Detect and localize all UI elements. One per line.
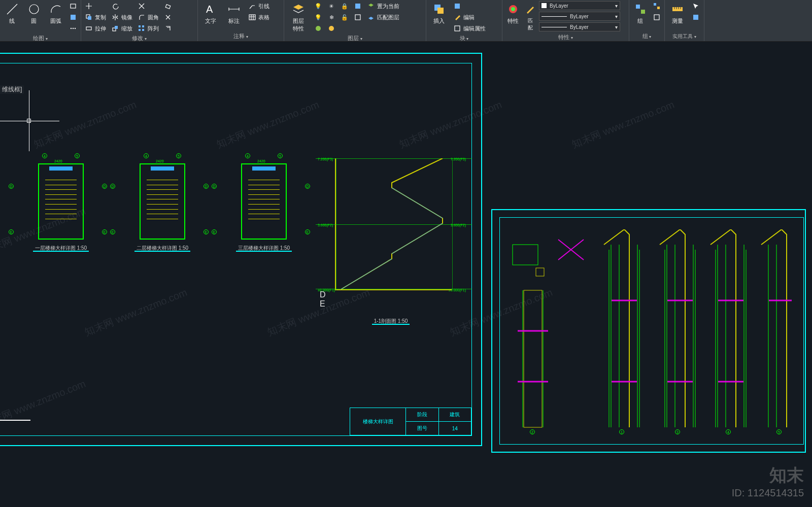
lightbulb-on-icon: 💡 — [314, 13, 322, 21]
layer-off-button[interactable]: 💡 — [313, 1, 324, 11]
ungroup-button[interactable] — [651, 1, 662, 11]
svg-rect-15 — [142, 29, 144, 31]
make-current-button[interactable]: 置为当前 — [365, 1, 401, 11]
svg-point-28 — [511, 7, 515, 11]
svg-rect-38 — [513, 245, 538, 265]
layer-uniso-button[interactable] — [352, 12, 363, 22]
layer-iso-button[interactable] — [352, 1, 363, 11]
rotate-icon — [111, 2, 119, 10]
panel-annotate-title[interactable]: 注释 — [200, 31, 282, 41]
svg-rect-39 — [536, 268, 544, 276]
arc-button[interactable]: 圆弧 — [46, 1, 65, 26]
svg-rect-44 — [524, 290, 542, 427]
stair-plan-1: 4 5 D E D E 2420 一层楼梯大样详图 1:50 — [18, 163, 104, 252]
drawing-canvas[interactable]: 维线框] 楼梯大样详图 阶段建筑 图号14 4 5 D E D E 2420 一… — [0, 42, 812, 507]
stair-plan-3: 4 5 D E D E 2420 三层楼梯大样详图 1:50 — [221, 163, 307, 252]
panel-group: 组 组 — [629, 0, 665, 41]
svg-rect-20 — [355, 15, 360, 20]
edit-attr-button[interactable]: 编辑属性 — [452, 23, 487, 33]
match-properties-button[interactable]: 匹 配 — [524, 1, 537, 32]
layer-misc2-button[interactable] — [326, 23, 337, 33]
svg-rect-2 — [71, 4, 76, 8]
draw-hatch-button[interactable] — [67, 12, 79, 22]
draw-more-button[interactable] — [67, 23, 79, 33]
arc-label: 圆弧 — [50, 17, 61, 25]
fillet-button[interactable]: 圆角 — [136, 12, 160, 22]
offset-icon — [164, 24, 172, 32]
line-button[interactable]: 线 — [2, 1, 22, 26]
properties-button[interactable]: 特性 — [504, 1, 522, 26]
trim-button[interactable] — [136, 1, 160, 11]
match-layer-icon — [367, 13, 375, 21]
circle-icon — [27, 2, 41, 16]
panel-layers: 图层 特性 💡 ☀ 🔒 💡 ❄ 🔓 — [284, 0, 426, 41]
layer-thaw-button[interactable]: ❄ — [326, 12, 337, 22]
panel-block: 插入 编辑 编辑属性 块 — [426, 0, 502, 41]
isolate-icon — [354, 2, 362, 10]
layer-misc1-button[interactable] — [313, 23, 324, 33]
svg-rect-32 — [657, 7, 660, 9]
erase-button[interactable] — [162, 1, 174, 11]
titleblock-name: 楼梯大样详图 — [350, 408, 406, 435]
group-button[interactable]: 组 — [631, 1, 649, 26]
text-button[interactable]: A 文字 — [200, 1, 221, 26]
create-block-button[interactable] — [452, 1, 487, 11]
draw-rect-button[interactable] — [67, 1, 79, 11]
mirror-button[interactable]: 镜像 — [110, 12, 134, 22]
layer-misc2-icon — [327, 24, 335, 32]
measure-button[interactable]: 测量 — [667, 1, 688, 26]
scale-icon — [111, 24, 119, 32]
lineweight-dropdown[interactable]: ByLayer▾ — [539, 12, 620, 21]
unlock-icon: 🔓 — [341, 13, 349, 21]
layer-lock-button[interactable]: 🔒 — [339, 1, 350, 11]
panel-utilities-title[interactable]: 实用工具 — [667, 32, 702, 41]
edit-block-button[interactable]: 编辑 — [452, 12, 487, 22]
svg-rect-34 — [672, 7, 683, 11]
layer-misc1-icon — [314, 24, 322, 32]
layer-on-button[interactable]: 💡 — [313, 12, 324, 22]
group-edit-button[interactable] — [651, 12, 662, 22]
layers-icon — [291, 2, 306, 16]
svg-rect-19 — [355, 4, 360, 9]
line-label: 线 — [9, 17, 15, 25]
circle-button[interactable]: 圆 — [24, 1, 44, 26]
dimension-button[interactable]: 标注 — [223, 1, 245, 26]
match-layer-button[interactable]: 匹配图层 — [365, 12, 401, 22]
move-icon — [85, 2, 93, 10]
layer-properties-button[interactable]: 图层 特性 — [286, 1, 311, 33]
linetype-dropdown[interactable]: ByLayer▾ — [539, 22, 620, 31]
erase-icon — [164, 2, 172, 10]
stretch-button[interactable]: 拉伸 — [83, 23, 108, 33]
stretch-icon — [85, 24, 93, 32]
lightbulb-icon: 💡 — [314, 2, 322, 10]
svg-rect-24 — [437, 8, 444, 14]
hatch-icon — [69, 13, 77, 21]
move-button[interactable] — [83, 1, 108, 11]
layer-freeze-button[interactable]: ☀ — [326, 1, 337, 11]
calc-button[interactable] — [690, 12, 701, 22]
group-edit-icon — [653, 13, 661, 21]
panel-group-title[interactable]: 组 — [631, 31, 662, 41]
select-button[interactable] — [690, 1, 701, 11]
insert-button[interactable]: 插入 — [428, 1, 450, 26]
line-icon — [5, 2, 19, 16]
layer-unlock-button[interactable]: 🔓 — [339, 12, 350, 22]
panel-properties-title[interactable]: 特性 — [504, 32, 627, 42]
edit-block-icon — [453, 13, 461, 21]
explode-button[interactable] — [162, 12, 174, 22]
array-button[interactable]: 阵列 — [136, 23, 160, 33]
table-button[interactable]: 表格 — [247, 12, 271, 22]
leader-button[interactable]: 引线 — [247, 1, 271, 11]
brand-watermark: 知末 ID: 1124514315 — [732, 464, 804, 499]
rotate-button[interactable] — [110, 1, 134, 11]
svg-point-21 — [316, 26, 321, 31]
make-current-icon — [367, 2, 375, 10]
scale-button[interactable]: 缩放 — [110, 23, 134, 33]
ucs-axis — [0, 420, 30, 421]
copy-button[interactable]: 复制 — [83, 12, 108, 22]
color-dropdown[interactable]: ByLayer▾ — [539, 1, 620, 10]
svg-point-1 — [29, 5, 39, 14]
svg-rect-9 — [86, 27, 91, 30]
offset-button[interactable] — [162, 23, 174, 33]
svg-point-22 — [329, 26, 334, 31]
